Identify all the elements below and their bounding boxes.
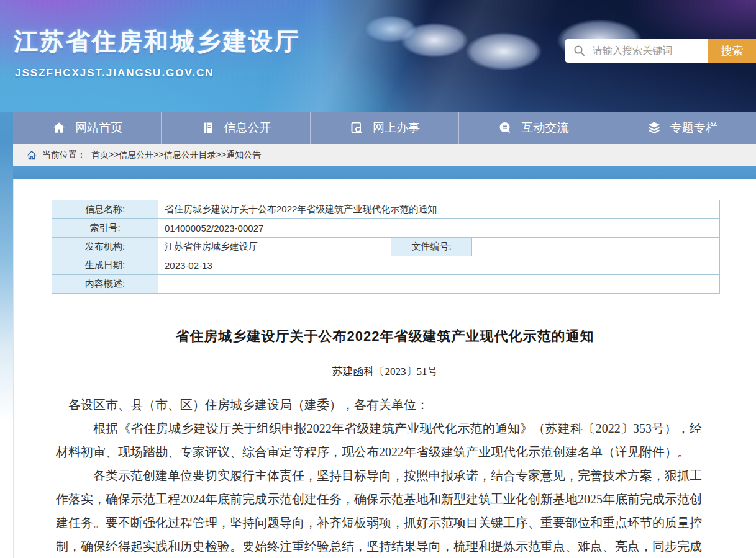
- home-icon: [52, 120, 66, 135]
- nav-item-label: 互动交流: [521, 120, 568, 136]
- info-label: 索引号:: [52, 219, 158, 238]
- site-title: 江苏省住房和城乡建设厅: [14, 25, 301, 58]
- site-header-banner: 江苏省住房和城乡建设厅 JSSZFHCXJST.JIANGSU.GOV.CN 搜…: [0, 0, 756, 112]
- chat-icon: [498, 120, 512, 135]
- info-label: 发布机构:: [52, 238, 158, 256]
- table-row: 发布机构: 江苏省住房城乡建设厅 文件编号:: [52, 238, 720, 256]
- search-input[interactable]: [565, 39, 708, 63]
- info-value: 2023-02-13: [158, 256, 720, 275]
- info-value: 江苏省住房城乡建设厅: [158, 238, 391, 256]
- table-row: 信息名称: 省住房城乡建设厅关于公布2022年省级建筑产业现代化示范的通知: [52, 200, 720, 219]
- table-row: 内容概述:: [52, 275, 720, 294]
- article-body: 各设区市、县（市、区）住房城乡建设局（建委），各有关单位： 根据《省住房城乡建设…: [56, 393, 702, 558]
- content-card: 信息名称: 省住房城乡建设厅关于公布2022年省级建筑产业现代化示范的通知 索引…: [13, 179, 756, 558]
- breadcrumb: 当前位置： 首页>>信息公开>>信息公开目录>>通知公告: [13, 144, 756, 166]
- nav-item-info-disclosure[interactable]: 信息公开: [162, 112, 310, 144]
- table-row: 索引号: 014000052/2023-00027: [52, 219, 720, 238]
- nav-item-label: 网上办事: [373, 120, 420, 136]
- info-table: 信息名称: 省住房城乡建设厅关于公布2022年省级建筑产业现代化示范的通知 索引…: [52, 200, 720, 294]
- info-label: 文件编号:: [391, 238, 472, 256]
- info-value: 省住房城乡建设厅关于公布2022年省级建筑产业现代化示范的通知: [158, 200, 720, 219]
- nav-item-online-services[interactable]: 网上办事: [311, 112, 459, 144]
- nav-item-label: 网站首页: [75, 120, 122, 136]
- nav-item-special-topics[interactable]: 专题专栏: [608, 112, 756, 144]
- breadcrumb-path[interactable]: 首页>>信息公开>>信息公开目录>>通知公告: [91, 150, 261, 161]
- article-paragraph: 根据《省住房城乡建设厅关于组织申报2022年省级建筑产业现代化示范的通知》（苏建…: [56, 416, 702, 464]
- search-button[interactable]: 搜索: [708, 39, 756, 63]
- nav-item-home[interactable]: 网站首页: [13, 112, 162, 144]
- nav-item-interaction[interactable]: 互动交流: [459, 112, 608, 144]
- info-label: 生成日期:: [52, 256, 158, 275]
- services-search-icon: [349, 120, 364, 135]
- info-value: [158, 275, 720, 294]
- document-icon: [201, 120, 216, 135]
- info-label: 内容概述:: [52, 275, 158, 294]
- search-icon: [573, 45, 586, 57]
- info-label: 信息名称:: [52, 200, 158, 219]
- blue-divider-band: [13, 166, 756, 179]
- article-title: 省住房城乡建设厅关于公布2022年省级建筑产业现代化示范的通知: [39, 327, 731, 346]
- layers-icon: [647, 120, 662, 135]
- site-url: JSSZFHCXJST.JIANGSU.GOV.CN: [15, 67, 214, 79]
- breadcrumb-prefix: 当前位置：: [42, 150, 86, 161]
- document-number: 苏建函科〔2023〕51号: [14, 364, 756, 379]
- article-paragraph: 各设区市、县（市、区）住房城乡建设局（建委），各有关单位：: [56, 393, 702, 416]
- search-bar: 搜索: [565, 39, 756, 63]
- breadcrumb-home-icon: [27, 150, 37, 160]
- nav-item-label: 信息公开: [224, 120, 271, 136]
- info-value: 014000052/2023-00027: [158, 219, 720, 238]
- article-paragraph: 各类示范创建单位要切实履行主体责任，坚持目标导向，按照申报承诺，结合专家意见，完…: [56, 464, 702, 558]
- main-nav: 网站首页 信息公开 网上办事 互动交流 专题: [13, 112, 756, 144]
- info-value: [472, 238, 720, 256]
- search-input-wrap: [565, 39, 708, 63]
- nav-item-label: 专题专栏: [670, 120, 717, 136]
- table-row: 生成日期: 2023-02-13: [52, 256, 720, 275]
